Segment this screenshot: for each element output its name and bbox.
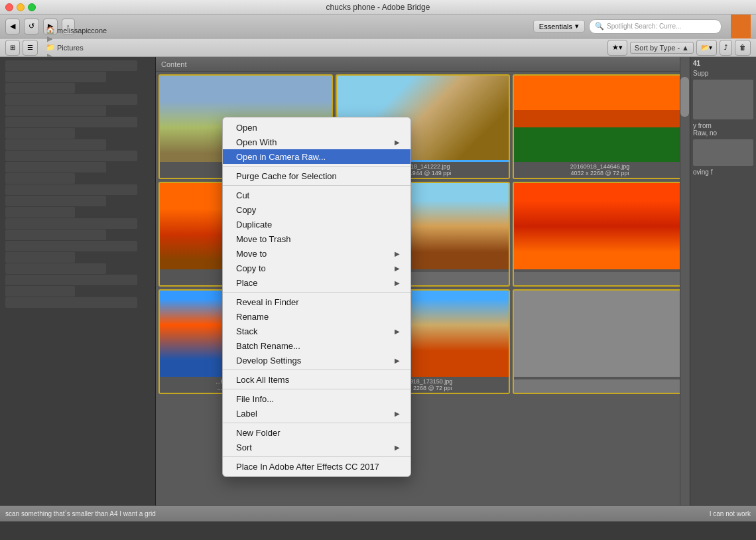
maximize-button[interactable] <box>28 3 36 11</box>
scrollbar-track[interactable] <box>680 57 690 506</box>
photo-image-2 <box>514 76 686 162</box>
ctx-sep-1 <box>223 166 410 167</box>
photo-info-5 <box>514 269 686 272</box>
grid-view-button[interactable]: ⊞ <box>5 40 20 56</box>
sidebar-row[interactable] <box>5 94 137 105</box>
sidebar-row[interactable] <box>5 275 137 285</box>
photo-cell-2[interactable]: 20160918_144646.jpg 4032 x 2268 @ 72 ppi <box>513 74 687 179</box>
ctx-move-trash[interactable]: Move to Trash <box>223 232 410 246</box>
ctx-copy[interactable]: Copy <box>223 202 410 217</box>
ctx-cut[interactable]: Cut <box>223 188 410 202</box>
main-layout: Content 20... 40... ...60918_141222.jpg <box>0 57 756 506</box>
sidebar-row[interactable] <box>5 60 137 71</box>
sidebar-row[interactable] <box>5 72 106 82</box>
content-header: Content <box>156 57 690 72</box>
bottom-right-text: I can not work <box>710 510 751 517</box>
sort-asc-icon: ▲ <box>682 44 689 52</box>
ctx-batch-rename[interactable]: Batch Rename... <box>223 338 410 353</box>
search-box[interactable]: 🔍 Spotlight Search: Curre... <box>589 19 722 34</box>
ctx-sep-4 <box>223 370 410 370</box>
delete-button[interactable]: 🗑 <box>735 40 751 56</box>
sidebar-row[interactable] <box>5 83 75 94</box>
sidebar-row[interactable] <box>5 252 75 263</box>
sidebar-row[interactable] <box>5 241 137 251</box>
sidebar-row[interactable] <box>5 162 106 172</box>
panel-text-2: y from <box>693 122 753 129</box>
ctx-arrow-move: ▶ <box>395 250 400 257</box>
breadcrumb-pictures[interactable]: 📁 Pictures <box>46 43 107 52</box>
photo-info-8 <box>514 377 686 379</box>
ctx-copy-to[interactable]: Copy to ▶ <box>223 261 410 275</box>
essentials-button[interactable]: Essentials ▾ <box>533 20 585 33</box>
sort-button[interactable]: Sort by Type - ▲ <box>630 42 694 54</box>
sidebar-row[interactable] <box>5 297 137 308</box>
sidebar-row[interactable] <box>5 196 106 206</box>
ctx-open-with[interactable]: Open With ▶ <box>223 135 410 149</box>
item-count: 41 <box>693 60 753 67</box>
ctx-file-info[interactable]: File Info... <box>223 391 410 406</box>
sort-label: Sort by Type - <box>635 44 680 52</box>
essentials-label: Essentials <box>539 23 572 31</box>
sidebar-row[interactable] <box>5 151 137 161</box>
ctx-new-folder[interactable]: New Folder <box>223 425 410 440</box>
photo-thumb-2 <box>514 76 686 162</box>
panel-image-1 <box>693 80 753 119</box>
upload-button[interactable]: ⤴ <box>720 40 732 56</box>
bottom-bar: scan something that´s smaller than A4 I … <box>0 506 756 521</box>
search-placeholder: Spotlight Search: Curre... <box>607 23 681 30</box>
minimize-button[interactable] <box>17 3 25 11</box>
sidebar-row[interactable] <box>5 207 75 218</box>
traffic-lights <box>5 3 36 11</box>
back-button[interactable]: ◀ <box>5 19 20 34</box>
panel-text-4: oving f <box>693 169 753 176</box>
ctx-arrow-place: ▶ <box>395 279 400 287</box>
toolbar: ◀ ↺ ▶ ↑ Essentials ▾ 🔍 Spotlight Search:… <box>0 15 756 38</box>
list-view-button[interactable]: ☰ <box>23 40 38 56</box>
ctx-sep-6 <box>223 423 410 423</box>
photo-cell-5[interactable] <box>513 182 687 287</box>
sidebar-row[interactable] <box>5 117 137 127</box>
ctx-duplicate[interactable]: Duplicate <box>223 217 410 232</box>
panel-text-1: Supp <box>693 70 753 77</box>
sidebar-row[interactable] <box>5 105 106 116</box>
window-title: chucks phone - Adobe Bridge <box>326 3 430 12</box>
ctx-place-after-effects[interactable]: Place In Adobe After Effects CC 2017 <box>223 459 410 474</box>
adobe-icon-block <box>731 15 751 38</box>
folder-options-button[interactable]: 📂▾ <box>696 40 717 56</box>
sidebar-row[interactable] <box>5 263 106 274</box>
refresh-button[interactable]: ↺ <box>24 19 39 34</box>
sidebar-row[interactable] <box>5 286 75 297</box>
ctx-rename[interactable]: Rename <box>223 309 410 324</box>
sidebar-row[interactable] <box>5 139 106 150</box>
bottom-left-text: scan something that´s smaller than A4 I … <box>5 510 156 517</box>
ctx-reveal-finder[interactable]: Reveal in Finder <box>223 295 410 309</box>
ctx-arrow-develop: ▶ <box>395 357 400 364</box>
ctx-label[interactable]: Label ▶ <box>223 406 410 421</box>
photo-image-5 <box>514 183 686 269</box>
ctx-place[interactable]: Place ▶ <box>223 275 410 290</box>
photo-cell-8[interactable] <box>513 289 687 394</box>
ctx-move-to[interactable]: Move to ▶ <box>223 246 410 261</box>
sidebar-row[interactable] <box>5 184 137 195</box>
ctx-arrow-sort: ▶ <box>395 444 400 451</box>
ctx-develop-settings[interactable]: Develop Settings ▶ <box>223 353 410 368</box>
favorites-button[interactable]: ★▾ <box>607 40 627 56</box>
ctx-open[interactable]: Open <box>223 120 410 135</box>
ctx-sort[interactable]: Sort ▶ <box>223 440 410 454</box>
sidebar-row[interactable] <box>5 218 137 229</box>
ctx-stack[interactable]: Stack ▶ <box>223 324 410 338</box>
sidebar-row[interactable] <box>5 128 75 139</box>
panel-text-3: Raw, no <box>693 129 753 137</box>
folder-icon: 📁 <box>46 43 55 52</box>
ctx-open-camera-raw[interactable]: Open in Camera Raw... <box>223 149 410 164</box>
sidebar-row[interactable] <box>5 230 106 240</box>
scrollbar-thumb[interactable] <box>680 77 689 117</box>
breadcrumb-home[interactable]: 🏠 melissapiccone <box>46 26 107 34</box>
ctx-arrow-label: ▶ <box>395 410 400 417</box>
sidebar-row[interactable] <box>5 173 75 184</box>
ctx-lock-all[interactable]: Lock All Items <box>223 372 410 387</box>
search-icon: 🔍 <box>595 22 604 31</box>
close-button[interactable] <box>5 3 13 11</box>
ctx-purge-cache[interactable]: Purge Cache for Selection <box>223 169 410 183</box>
chevron-down-icon: ▾ <box>575 22 579 31</box>
